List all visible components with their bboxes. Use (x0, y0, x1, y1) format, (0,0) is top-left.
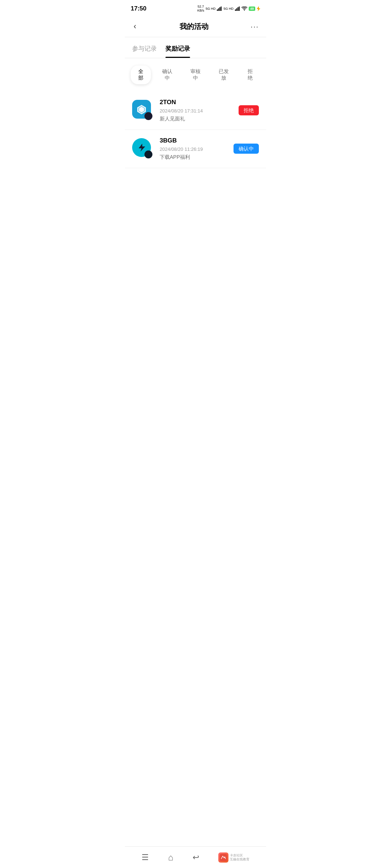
battery-indicator: 49 (249, 7, 255, 11)
signal-bars-2 (235, 7, 240, 11)
header: ‹ 我的活动 ··· (125, 16, 266, 37)
svg-rect-4 (235, 9, 236, 11)
svg-rect-5 (236, 8, 237, 11)
svg-rect-3 (221, 7, 222, 11)
svg-rect-0 (217, 9, 218, 11)
more-button[interactable]: ··· (251, 22, 259, 31)
tab-rewards[interactable]: 奖励记录 (165, 44, 190, 58)
filter-rejected[interactable]: 拒绝 (240, 65, 260, 84)
activity-status-3bgb: 确认中 (234, 145, 259, 152)
svg-rect-7 (239, 7, 240, 11)
status-bar: 17:50 52.7KB/s 5G HD 5G HD 49 (125, 0, 266, 16)
signal-bars-1 (217, 7, 222, 11)
activity-status-2ton: 拒绝 (239, 107, 259, 114)
filter-container: 全部 确认中 审核中 已发放 拒绝 (125, 58, 266, 92)
2ton-icon (136, 104, 147, 115)
activity-item-3bgb[interactable]: 3BGB 2024/08/20 11:26:19 下载APP福利 确认中 (125, 130, 266, 168)
activity-desc-2ton: 新人见面礼 (160, 116, 233, 122)
back-button[interactable]: ‹ (132, 20, 138, 33)
status-badge-confirming: 确认中 (234, 144, 259, 154)
3bgb-icon (136, 142, 147, 153)
filter-all[interactable]: 全部 (131, 65, 151, 84)
tabs-container: 参与记录 奖励记录 (125, 37, 266, 58)
signal-5g-hd-2: 5G HD (223, 7, 234, 10)
svg-rect-2 (219, 7, 220, 11)
activity-date-3bgb: 2024/08/20 11:26:19 (160, 146, 228, 152)
activity-name-3bgb: 3BGB (160, 137, 228, 144)
signal-5g-hd-1: 5G HD (206, 7, 216, 10)
activity-list: 2TON 2024/08/20 17:31:14 新人见面礼 拒绝 3BGB 2… (125, 92, 266, 168)
logo-3bgb (132, 138, 154, 160)
status-icons: 52.7KB/s 5G HD 5G HD 49 (197, 5, 260, 13)
tab-participation[interactable]: 参与记录 (132, 44, 157, 58)
activity-info-2ton: 2TON 2024/08/20 17:31:14 新人见面礼 (160, 99, 233, 122)
svg-rect-1 (218, 8, 219, 11)
activity-name-2ton: 2TON (160, 99, 233, 106)
lightning-icon (257, 6, 260, 11)
wifi-icon (241, 7, 247, 11)
status-badge-rejected: 拒绝 (239, 105, 259, 115)
activity-item-2ton[interactable]: 2TON 2024/08/20 17:31:14 新人见面礼 拒绝 (125, 92, 266, 130)
filter-released[interactable]: 已发放 (211, 65, 236, 84)
network-speed: 52.7KB/s (197, 5, 204, 13)
status-time: 17:50 (131, 5, 146, 12)
activity-date-2ton: 2024/08/20 17:31:14 (160, 108, 233, 114)
logo-2ton (132, 100, 154, 122)
activity-info-3bgb: 3BGB 2024/08/20 11:26:19 下载APP福利 (160, 137, 228, 161)
activity-desc-3bgb: 下载APP福利 (160, 154, 228, 161)
svg-rect-6 (237, 7, 239, 11)
filter-confirming[interactable]: 确认中 (155, 65, 179, 84)
filter-reviewing[interactable]: 审核中 (183, 65, 208, 84)
page-title: 我的活动 (180, 22, 209, 31)
